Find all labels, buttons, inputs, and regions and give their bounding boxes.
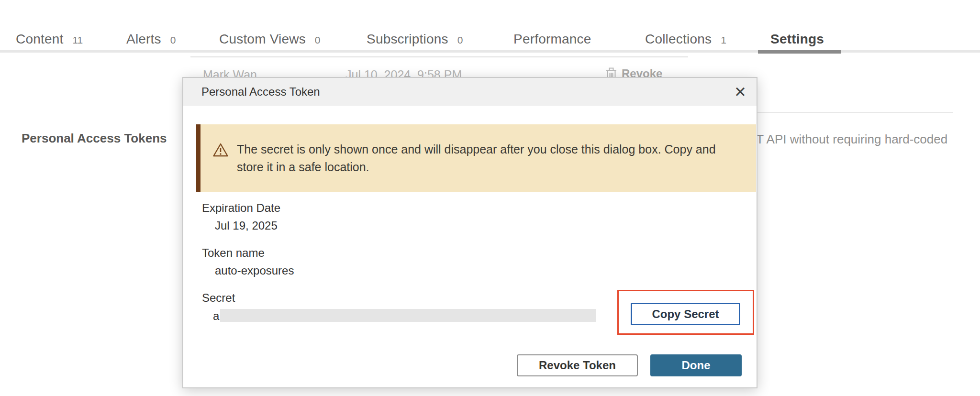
tab-count: 0 bbox=[315, 34, 321, 46]
tab-bar: Content 11 Alerts 0 Custom Views 0 Subsc… bbox=[0, 0, 980, 54]
dialog-title: Personal Access Token bbox=[201, 78, 320, 106]
section-description-fragment: ST API without requiring hard-coded bbox=[748, 132, 947, 147]
tab-count: 11 bbox=[72, 34, 83, 46]
tab-label: Custom Views bbox=[219, 32, 306, 47]
personal-access-token-dialog: Personal Access Token ✕ The secret is on… bbox=[182, 77, 757, 388]
token-name-value: auto-exposures bbox=[215, 264, 294, 277]
dialog-header: Personal Access Token ✕ bbox=[183, 78, 757, 106]
tab-label: Subscriptions bbox=[367, 32, 448, 47]
token-name-label: Token name bbox=[202, 246, 265, 260]
tab-settings[interactable]: Settings bbox=[770, 32, 824, 47]
tab-performance[interactable]: Performance bbox=[513, 32, 591, 47]
tab-subscriptions[interactable]: Subscriptions 0 bbox=[367, 32, 463, 47]
settings-page: Content 11 Alerts 0 Custom Views 0 Subsc… bbox=[0, 0, 980, 396]
warning-text: The secret is only shown once and will d… bbox=[237, 141, 733, 176]
copy-secret-button[interactable]: Copy Secret bbox=[631, 303, 740, 325]
secret-label: Secret bbox=[202, 291, 235, 305]
tab-content[interactable]: Content 11 bbox=[16, 32, 83, 47]
revoke-token-button[interactable]: Revoke Token bbox=[517, 354, 638, 376]
tab-alerts[interactable]: Alerts 0 bbox=[126, 32, 176, 47]
tab-count: 1 bbox=[721, 34, 726, 46]
tab-label: Content bbox=[16, 32, 63, 47]
warning-icon bbox=[212, 143, 229, 157]
active-tab-underline bbox=[758, 50, 841, 54]
token-table-row-divider bbox=[190, 56, 688, 57]
tab-label: Settings bbox=[770, 32, 824, 47]
tab-label: Collections bbox=[645, 32, 712, 47]
done-button[interactable]: Done bbox=[650, 354, 742, 376]
tab-collections[interactable]: Collections 1 bbox=[645, 32, 726, 47]
secret-warning-banner: The secret is only shown once and will d… bbox=[196, 124, 756, 192]
tab-count: 0 bbox=[170, 34, 176, 46]
tab-label: Alerts bbox=[126, 32, 161, 47]
close-icon[interactable]: ✕ bbox=[731, 83, 750, 102]
tab-label: Performance bbox=[513, 32, 591, 47]
tab-count: 0 bbox=[457, 34, 463, 46]
section-label: Personal Access Tokens bbox=[22, 131, 167, 146]
expiration-date-value: Jul 19, 2025 bbox=[215, 219, 278, 232]
expiration-date-label: Expiration Date bbox=[202, 201, 280, 215]
secret-redacted-bar bbox=[220, 309, 596, 322]
secret-visible-value: a bbox=[213, 309, 219, 323]
tab-custom-views[interactable]: Custom Views 0 bbox=[219, 32, 321, 47]
